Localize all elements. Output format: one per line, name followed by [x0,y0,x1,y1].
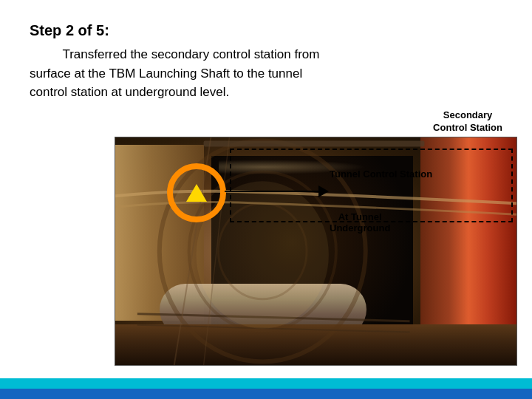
blue-bar [0,389,532,399]
slide: Step 2 of 5: Transferred the secondary c… [0,0,532,399]
svg-rect-3 [204,141,425,147]
at-tunnel-label: At Tunnel Underground [330,211,390,233]
bottom-bars [0,378,532,399]
step-body-line3: control station at underground level. [30,85,229,99]
step-title: Step 2 of 5: [30,22,502,39]
tunnel-scene: Tunnel Control Station At Tunnel Undergr… [115,137,516,365]
step-body-line1: Transferred the secondary control statio… [62,47,319,61]
arrow-head [318,185,329,197]
tunnel-image: Tunnel Control Station At Tunnel Undergr… [115,137,517,366]
cyan-bar [0,378,532,389]
step-body: Transferred the secondary control statio… [30,45,502,102]
content-area: Step 2 of 5: Transferred the secondary c… [30,22,502,102]
secondary-control-station-label: Secondary Control Station [433,109,502,134]
step-body-line2: surface at the TBM Launching Shaft to th… [30,66,302,81]
arrow-line [225,191,321,192]
tunnel-control-label: Tunnel Control Station [330,168,432,180]
circle-indicator [167,163,226,222]
triangle-arrow [186,184,207,202]
